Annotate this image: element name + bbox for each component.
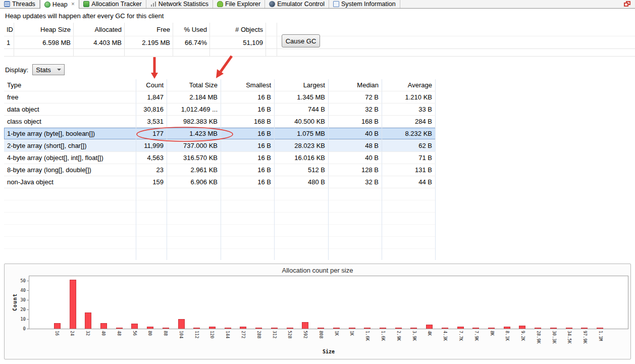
x-tick-32: 32 bbox=[86, 331, 90, 344]
x-tick-48: 48 bbox=[117, 331, 121, 344]
chart-bar-8k bbox=[488, 328, 495, 329]
x-tick-slot: 88 bbox=[157, 330, 173, 344]
chart-bar-272 bbox=[240, 327, 246, 329]
x-tick-slot: 528 bbox=[282, 330, 298, 344]
stats-cell: 16 B bbox=[221, 140, 275, 151]
display-dropdown[interactable]: Stats bbox=[32, 64, 65, 75]
bar-slot bbox=[359, 276, 375, 329]
summary-empty-cell-1 bbox=[14, 49, 74, 56]
stats-header-smallest[interactable]: Smallest bbox=[221, 79, 275, 91]
stats-cell: 128 B bbox=[329, 164, 382, 176]
chart-bar-32 bbox=[85, 313, 91, 329]
stats-header-total-size[interactable]: Total Size bbox=[167, 79, 221, 91]
stats-cell: 16 B bbox=[221, 164, 275, 176]
stats-cell: 1.345 MB bbox=[275, 91, 329, 103]
stats-row-non-java-object[interactable]: non-Java object1596.906 KB16 B480 B32 B4… bbox=[4, 176, 436, 188]
x-tick-4k: 4K bbox=[428, 331, 432, 344]
stats-row-data-object[interactable]: data object30,8161,012.469 ...16 B744 B3… bbox=[4, 103, 436, 116]
tab-label: Threads bbox=[12, 1, 35, 8]
chart-bar-16 bbox=[54, 323, 61, 329]
summary-cell-filler bbox=[266, 36, 277, 48]
bar-slot bbox=[437, 276, 453, 329]
allocation-chart-panel: Allocation count per size Count 01020304… bbox=[4, 264, 631, 359]
x-tick-808: 808 bbox=[319, 331, 323, 344]
stats-cell: 32 B bbox=[329, 103, 382, 115]
x-tick-slot: 97.9K bbox=[577, 330, 593, 344]
summary-header-objects[interactable]: # Objects bbox=[210, 23, 266, 36]
stats-cell: data object bbox=[4, 103, 136, 115]
stats-row-free[interactable]: free1,8472.184 MB16 B1.345 MB72 B1.210 K… bbox=[4, 91, 436, 103]
tab-network-statistics[interactable]: Network Statistics bbox=[146, 0, 213, 8]
empty-grid-column bbox=[167, 188, 221, 260]
x-tick-slot: 80 bbox=[142, 330, 158, 344]
tab-threads[interactable]: Threads bbox=[0, 0, 40, 8]
restore-view-icon[interactable] bbox=[624, 1, 630, 7]
x-tick-1-6k: 1.6K bbox=[365, 331, 370, 344]
tab-close-icon[interactable]: ✕ bbox=[71, 2, 75, 7]
stats-header-average[interactable]: Average bbox=[382, 79, 436, 91]
x-tick-144: 144 bbox=[226, 331, 230, 344]
bar-slot bbox=[499, 276, 515, 329]
x-tick-288: 288 bbox=[256, 331, 261, 344]
x-tick-slot: 30.3K bbox=[546, 330, 562, 344]
stats-cell: 316.570 KB bbox=[167, 152, 221, 164]
cause-gc-button[interactable]: Cause GC bbox=[282, 34, 320, 47]
stats-header-largest[interactable]: Largest bbox=[275, 79, 329, 91]
bar-slot bbox=[468, 276, 484, 329]
chart-bar-24 bbox=[70, 280, 76, 329]
stats-header-type[interactable]: Type bbox=[4, 79, 136, 91]
summary-header-id[interactable]: ID bbox=[4, 23, 14, 36]
threads-icon bbox=[4, 1, 10, 7]
bar-slot bbox=[282, 276, 298, 329]
summary-header-used[interactable]: % Used bbox=[173, 23, 210, 36]
x-tick-9-2k: 9.2K bbox=[521, 331, 525, 344]
stats-header-count[interactable]: Count bbox=[136, 79, 167, 91]
empty-grid bbox=[4, 188, 436, 260]
x-tick-28-9k: 28.9K bbox=[536, 331, 541, 344]
tab-heap[interactable]: Heap✕ bbox=[40, 0, 79, 9]
tab-system-information[interactable]: System Information bbox=[329, 0, 400, 8]
stats-cell: 159 bbox=[136, 176, 167, 188]
empty-grid-column bbox=[136, 188, 167, 260]
stats-cell: 1,012.469 ... bbox=[167, 103, 221, 115]
bar-slot bbox=[236, 276, 251, 329]
tab-file-explorer[interactable]: File Explorer bbox=[213, 0, 265, 8]
chart-bar-104 bbox=[178, 319, 185, 329]
chart-bar-40 bbox=[100, 323, 107, 329]
summary-header-free[interactable]: Free bbox=[125, 23, 173, 36]
stats-cell: 16 B bbox=[221, 128, 275, 139]
bar-slot bbox=[80, 276, 96, 329]
x-tick-slot: 1.6K bbox=[360, 330, 376, 344]
x-tick-slot: 7.9K bbox=[468, 330, 484, 344]
chart-bar-112 bbox=[193, 328, 200, 329]
chart-bar-1-1m bbox=[597, 328, 603, 329]
stats-row-4-byte-array-object-int-float[interactable]: 4-byte array (object[], int[], float[])4… bbox=[4, 152, 436, 164]
chart-bar-30-3k bbox=[550, 328, 557, 329]
chart-bar-1-6k bbox=[380, 328, 386, 329]
stats-cell: 16.016 KB bbox=[275, 152, 329, 164]
chart-bar-34-5k bbox=[566, 328, 572, 329]
stats-cell: 23 bbox=[136, 164, 167, 176]
summary-header-heap-size[interactable]: Heap Size bbox=[14, 23, 74, 36]
stats-header-median[interactable]: Median bbox=[329, 79, 382, 91]
stats-row-1-byte-array-byte-boolean[interactable]: 1-byte array (byte[], boolean[])1771.423… bbox=[4, 128, 436, 140]
x-tick-slot: 1.1M bbox=[593, 330, 608, 344]
stats-row-8-byte-array-long-double[interactable]: 8-byte array (long[], double[])232.961 K… bbox=[4, 164, 436, 176]
bar-slot bbox=[127, 276, 143, 329]
tab-allocation-tracker[interactable]: Allocation Tracker bbox=[79, 0, 146, 8]
x-tick-272: 272 bbox=[241, 331, 246, 344]
stats-row-class-object[interactable]: class object3,531982.383 KB168 B40.500 K… bbox=[4, 116, 436, 128]
bar-slot bbox=[592, 276, 608, 329]
x-tick-40: 40 bbox=[101, 331, 105, 344]
heap-summary-area: IDHeap SizeAllocatedFree% Used# Objects … bbox=[4, 23, 635, 57]
x-tick-34-5k: 34.5K bbox=[567, 331, 572, 344]
chart-bar-48 bbox=[116, 328, 123, 329]
summary-cell-6-598-mb: 6.598 MB bbox=[14, 36, 74, 48]
tab-emulator-control[interactable]: Emulator Control bbox=[265, 0, 329, 8]
stats-row-2-byte-array-short-char[interactable]: 2-byte array (short[], char[])11,999737.… bbox=[4, 140, 436, 152]
y-tick-label: 40 bbox=[5, 288, 26, 293]
chart-bar-56 bbox=[131, 324, 138, 329]
chart-bar-88 bbox=[163, 328, 169, 329]
summary-header-allocated[interactable]: Allocated bbox=[74, 23, 125, 36]
bar-slot bbox=[329, 276, 344, 329]
